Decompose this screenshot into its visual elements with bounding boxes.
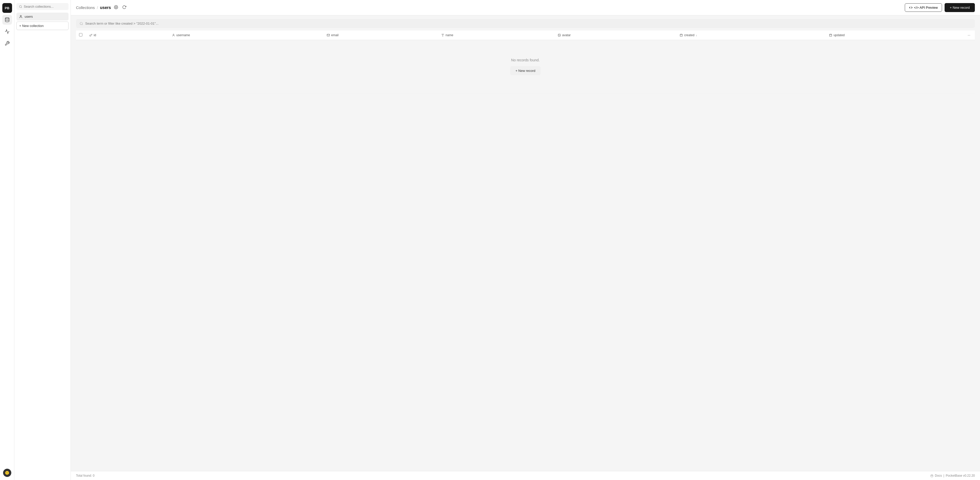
svg-point-8 [173,34,174,35]
text-col-icon [441,33,444,37]
image-col-icon [558,33,561,37]
users-icon [19,15,22,19]
footer-links: Docs | PocketBase v0.22.20 [931,474,975,477]
table-header-row: id username [76,30,975,40]
sidebar-item-users-label: users [25,14,33,19]
svg-rect-9 [327,34,329,36]
empty-message: No records found. [511,58,539,62]
table-search-icon [80,22,83,25]
header-actions: </> API Preview + New record [905,3,975,12]
tools-icon [5,41,10,46]
col-updated[interactable]: updated [826,30,965,40]
code-icon [909,6,913,9]
header: Collections / users </> AP [71,0,980,15]
content-area: id username [71,15,980,480]
table-search-input[interactable] [85,22,971,25]
sort-desc-icon: ↓ [695,34,697,37]
main-content: Collections / users </> AP [71,0,980,480]
total-count: 0 [93,474,94,477]
breadcrumb-separator: / [97,5,98,10]
col-username-label: username [177,33,190,37]
email-col-icon [327,33,330,37]
sidebar-item-users[interactable]: users [16,13,68,21]
col-created[interactable]: created ↓ [677,30,826,40]
svg-rect-14 [680,34,682,37]
select-all-checkbox[interactable] [79,33,83,37]
calendar2-col-icon [829,33,832,37]
col-updated-label: updated [834,33,845,37]
svg-point-5 [80,22,83,24]
svg-point-13 [558,35,559,35]
breadcrumb-current: users [100,5,111,10]
more-icon: ··· [968,33,970,37]
total-label: Total found: [76,474,92,477]
gear-icon [114,5,118,9]
user-avatar[interactable]: 🙂 [3,469,11,477]
svg-point-3 [20,15,22,16]
empty-new-record-label: + New record [515,69,535,73]
chart-icon [5,29,10,34]
settings-button[interactable] [113,4,119,11]
empty-new-record-button[interactable]: + New record [510,66,541,75]
sidebar-search-input[interactable] [24,5,66,8]
logo-button[interactable]: PB [2,3,12,13]
svg-point-7 [89,35,91,37]
records-table: id username [76,30,975,94]
col-email-label: email [331,33,339,37]
select-all-col[interactable] [76,30,86,40]
api-preview-label: </> API Preview [914,6,938,10]
icon-bar: PB 🙂 [0,0,14,480]
table-body: No records found. + New record [76,40,975,94]
svg-point-0 [5,18,9,19]
new-record-label: + New record [950,6,970,10]
col-avatar-label: avatar [562,33,571,37]
sidebar-search[interactable] [16,3,68,10]
col-name[interactable]: name [438,30,555,40]
database-icon [5,17,10,22]
breadcrumb-root: Collections [76,5,95,10]
footer-separator: | [943,474,944,477]
table-search[interactable] [76,19,975,28]
svg-rect-22 [931,475,933,477]
col-avatar[interactable]: avatar [555,30,677,40]
new-record-button[interactable]: + New record [945,3,975,12]
breadcrumb: Collections / users [76,4,127,11]
col-id[interactable]: id [86,30,169,40]
sidebar: users + New collection [14,0,71,480]
col-more[interactable]: ··· [965,30,975,40]
svg-point-4 [116,7,116,8]
footer-calendar-icon [931,474,933,477]
key-icon [89,33,92,37]
footer: Total found: 0 Docs | PocketBase v0.22.2… [71,471,980,480]
col-username[interactable]: username [169,30,324,40]
col-created-label: created [684,33,694,37]
tools-icon-btn[interactable] [2,38,12,48]
new-collection-label: + New collection [19,24,44,28]
svg-point-1 [19,5,22,8]
col-name-label: name [445,33,453,37]
col-id-label: id [94,33,96,37]
version-label: PocketBase v0.22.20 [946,474,975,477]
total-found: Total found: 0 [76,474,94,477]
analytics-icon-btn[interactable] [2,27,12,37]
table-wrapper: id username [71,28,980,471]
docs-link[interactable]: Docs [935,474,942,477]
svg-line-6 [82,24,83,25]
new-collection-button[interactable]: + New collection [16,22,68,30]
refresh-icon [122,5,126,9]
search-icon [19,5,22,8]
empty-state-row: No records found. + New record [76,40,975,94]
collections-icon-btn[interactable] [2,15,12,25]
user-col-icon [172,33,175,37]
empty-state: No records found. + New record [79,43,972,91]
svg-line-2 [21,7,22,8]
svg-rect-18 [830,34,832,37]
calendar-col-icon [680,33,683,37]
empty-state-cell: No records found. + New record [76,40,975,94]
refresh-button[interactable] [121,4,127,11]
col-email[interactable]: email [324,30,438,40]
api-preview-button[interactable]: </> API Preview [905,3,942,12]
